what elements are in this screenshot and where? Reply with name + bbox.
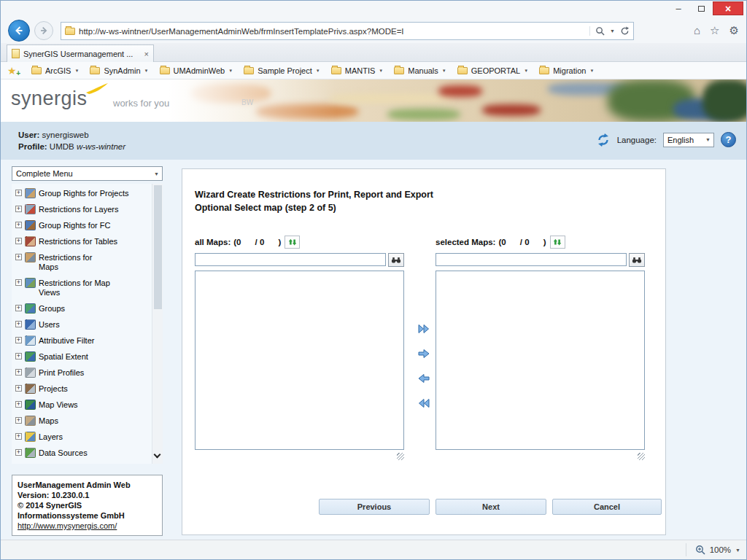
sidebar-item-restrictions-for-layers[interactable]: +Restrictions for Layers (12, 201, 151, 217)
language-select[interactable]: English ▼ (663, 133, 714, 147)
tools-icon[interactable]: ⚙ (729, 25, 739, 36)
all-maps-header: all Maps: (0 / 0 ) (195, 235, 404, 249)
forward-button[interactable] (34, 21, 53, 40)
sidebar-item-restrictions-for-tables[interactable]: +Restrictions for Tables (12, 233, 151, 249)
back-button[interactable] (8, 20, 30, 42)
refresh-list-button[interactable] (550, 236, 565, 249)
expand-icon[interactable]: + (15, 449, 22, 456)
map-blob (438, 85, 482, 97)
favorites-item-label: GEOPORTAL (471, 66, 520, 75)
profile-host: w-ws-wintner (77, 142, 125, 151)
browser-tab[interactable]: SynerGIS Usermanagement ... × (7, 44, 154, 62)
arrow-left-icon (417, 371, 431, 386)
cancel-button[interactable]: Cancel (552, 499, 662, 515)
sidebar-item-print-profiles[interactable]: +Print Profiles (12, 365, 151, 381)
scroll-down-icon[interactable] (154, 451, 161, 459)
expand-icon[interactable]: + (15, 305, 22, 311)
tab-close-icon[interactable]: × (144, 50, 149, 58)
expand-icon[interactable]: + (15, 190, 22, 196)
sidebar-item-users[interactable]: +Users (12, 316, 151, 332)
add-favorite-icon[interactable]: ★+ (7, 66, 20, 76)
favorites-item-mantis[interactable]: MANTIS▼ (331, 66, 384, 75)
all-maps-listbox[interactable] (195, 271, 404, 450)
favorites-item-arcgis[interactable]: ArcGIS▼ (31, 66, 79, 75)
sidebar-item-maps[interactable]: +Maps (12, 413, 151, 429)
expand-icon[interactable]: + (15, 222, 22, 228)
selected-maps-column: selected Maps: (0 / 0 ) (436, 235, 645, 460)
tree-scrollbar[interactable] (152, 184, 163, 464)
favorites-icon[interactable]: ☆ (710, 25, 719, 36)
address-bar[interactable]: http://w-ws-wintner/UserManagementAdminW… (61, 22, 634, 40)
chevron-down-icon: ▼ (316, 69, 320, 73)
all-maps-find-button[interactable] (388, 253, 404, 267)
expand-icon[interactable]: + (15, 238, 22, 244)
url-text[interactable]: http://w-ws-wintner/UserManagementAdminW… (79, 27, 586, 36)
close-button[interactable]: × (713, 1, 743, 15)
expand-icon[interactable]: + (15, 353, 22, 359)
expand-icon[interactable]: + (15, 321, 22, 327)
help-button[interactable]: ? (721, 132, 736, 147)
sidebar-item-groups[interactable]: +Groups (12, 300, 151, 316)
selected-maps-find-button[interactable] (629, 253, 645, 267)
selected-maps-listbox[interactable] (436, 271, 645, 450)
favorites-item-synadmin[interactable]: SynAdmin▼ (90, 66, 148, 75)
tab-bar: SynerGIS Usermanagement ... × (1, 43, 746, 62)
favorites-item-geoportal[interactable]: GEOPORTAL▼ (457, 66, 528, 75)
all-maps-filter-input[interactable] (195, 253, 386, 266)
expand-icon[interactable]: + (15, 279, 22, 286)
sidebar-item-spatial-extent[interactable]: +Spatial Extent (12, 349, 151, 365)
selected-maps-filter-input[interactable] (436, 253, 627, 266)
favorites-item-manuals[interactable]: Manuals▼ (394, 66, 446, 75)
sidebar-item-attributive-filter[interactable]: +Attributive Filter (12, 332, 151, 349)
expand-icon[interactable]: + (15, 433, 22, 440)
favorites-item-umadminweb[interactable]: UMAdminWeb▼ (160, 66, 233, 75)
about-line: Informationssysteme GmbH (18, 510, 157, 521)
resize-handle[interactable] (397, 453, 404, 460)
home-icon[interactable]: ⌂ (694, 25, 700, 36)
menu-filter-select[interactable]: Complete Menu ▼ (12, 166, 163, 181)
chevron-down-icon: ▼ (735, 548, 740, 553)
expand-icon[interactable]: + (15, 206, 22, 212)
resize-handle[interactable] (638, 453, 645, 460)
sidebar-item-projects[interactable]: +Projects (12, 381, 151, 397)
restrictions-for-tables-icon (25, 236, 36, 246)
expand-icon[interactable]: + (15, 369, 22, 376)
sidebar-item-data-sources[interactable]: +Data Sources (12, 445, 151, 461)
restrictions-for-layers-icon (25, 204, 36, 214)
maximize-button[interactable] (690, 1, 712, 15)
refresh-icon[interactable] (620, 26, 630, 36)
refresh-list-button[interactable] (285, 236, 300, 249)
favorites-item-sample-project[interactable]: Sample Project▼ (244, 66, 320, 75)
all-maps-search-row (195, 253, 404, 267)
about-line: UserManagement Admin Web (18, 480, 157, 490)
language-value: English (667, 136, 694, 144)
expand-icon[interactable]: + (15, 417, 22, 424)
sidebar-item-group-rights-for-fc[interactable]: +Group Rights for FC (12, 217, 151, 233)
sidebar-item-map-views[interactable]: +Map Views (12, 397, 151, 413)
expand-icon[interactable]: + (15, 401, 22, 408)
sidebar-item-restrictions-for-maps[interactable]: +Restrictions for Maps (12, 249, 151, 275)
expand-icon[interactable]: + (15, 254, 22, 260)
minimize-button[interactable]: – (667, 1, 689, 15)
expand-icon[interactable]: + (15, 337, 22, 343)
chevron-down-icon: ▼ (705, 137, 711, 142)
scrollbar-thumb[interactable] (154, 185, 162, 309)
synergis-link[interactable]: http://www.mysynergis.com/ (18, 521, 117, 530)
next-button[interactable]: Next (436, 499, 546, 515)
sidebar-item-layers[interactable]: +Layers (12, 429, 151, 445)
binoculars-icon (391, 257, 401, 264)
zoom-control[interactable]: 100% ▼ (686, 543, 740, 556)
move-right-button[interactable] (416, 346, 432, 362)
move-left-button[interactable] (416, 370, 432, 386)
address-dropdown-icon[interactable]: ▼ (610, 28, 615, 34)
sidebar-item-restrictions-for-map-views[interactable]: +Restrictions for Map Views (12, 275, 151, 300)
move-all-left-button[interactable] (416, 395, 432, 411)
search-icon[interactable] (595, 26, 605, 36)
reload-icon[interactable] (596, 133, 611, 147)
sidebar-item-group-rights-for-projects[interactable]: +Group Rights for Projects (12, 185, 151, 201)
previous-button[interactable]: Previous (319, 499, 430, 515)
move-all-right-button[interactable] (416, 321, 432, 337)
expand-icon[interactable]: + (15, 385, 22, 392)
page-content: Complete Menu ▼ +Group Rights for Projec… (1, 160, 746, 540)
favorites-item-migration[interactable]: Migration▼ (539, 66, 594, 75)
